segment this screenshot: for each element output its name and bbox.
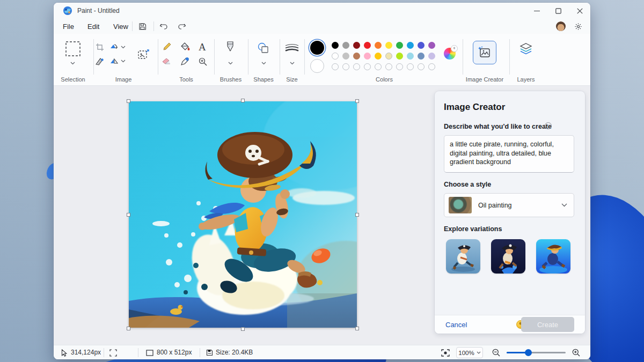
save-icon[interactable]: [136, 21, 148, 32]
brushes-icon[interactable]: [225, 41, 236, 55]
palette-row-3: [332, 63, 435, 70]
variation-thumbnail-2[interactable]: [491, 239, 525, 274]
layers-icon[interactable]: [519, 42, 533, 55]
group-label-selection: Selection: [56, 76, 90, 83]
color-swatch[interactable]: [418, 42, 425, 49]
canvas[interactable]: [129, 101, 357, 328]
fit-to-screen-icon[interactable]: [441, 349, 450, 357]
color-swatch-empty[interactable]: [428, 63, 435, 70]
rotate-chevron[interactable]: [121, 46, 126, 49]
minimize-button[interactable]: [526, 3, 547, 19]
eyedropper-tool-icon[interactable]: [180, 57, 189, 66]
flip-icon[interactable]: [109, 57, 119, 65]
color-swatch-empty[interactable]: [385, 63, 392, 70]
maximize-button[interactable]: [547, 3, 569, 19]
color-swatch[interactable]: [428, 42, 435, 49]
selection-handle[interactable]: [241, 327, 245, 331]
color-swatch-empty[interactable]: [332, 63, 339, 70]
menu-view[interactable]: View: [111, 21, 130, 32]
selection-handle[interactable]: [127, 327, 130, 330]
color-swatch[interactable]: [418, 53, 425, 60]
cancel-button[interactable]: Cancel: [445, 321, 467, 329]
color-swatch[interactable]: [385, 53, 392, 60]
create-button[interactable]: Create: [521, 317, 574, 332]
zoom-in-icon[interactable]: [572, 349, 580, 357]
color-swatch[interactable]: [385, 42, 392, 49]
primary-color-swatch[interactable]: [310, 41, 324, 55]
color-swatch[interactable]: [364, 42, 371, 49]
group-label-colors: Colors: [367, 76, 402, 83]
color-swatch[interactable]: [375, 42, 382, 49]
color-swatch[interactable]: [342, 53, 349, 60]
redo-icon[interactable]: [176, 21, 188, 32]
panel-title: Image Creator: [444, 102, 505, 113]
palette-row-2: [332, 53, 435, 60]
selection-handle[interactable]: [127, 99, 130, 103]
color-swatch-empty[interactable]: [364, 63, 371, 70]
flip-chevron[interactable]: [121, 60, 126, 63]
color-swatch-empty[interactable]: [407, 63, 414, 70]
close-button[interactable]: [569, 3, 590, 19]
color-swatch[interactable]: [396, 42, 403, 49]
rotate-icon[interactable]: [109, 43, 119, 51]
selection-handle[interactable]: [355, 99, 359, 103]
shapes-chevron[interactable]: [261, 62, 266, 65]
menu-edit[interactable]: Edit: [85, 21, 101, 32]
menu-file[interactable]: File: [61, 21, 76, 32]
color-swatch-empty[interactable]: [418, 63, 425, 70]
color-swatch-empty[interactable]: [396, 63, 403, 70]
fill-tool-icon[interactable]: [180, 42, 191, 51]
brushes-chevron[interactable]: [228, 62, 233, 65]
undo-icon[interactable]: [158, 21, 170, 32]
text-tool-icon[interactable]: A: [199, 41, 206, 53]
background-removal-icon[interactable]: [96, 57, 105, 65]
color-swatch[interactable]: [353, 42, 360, 49]
resize-icon[interactable]: [137, 49, 150, 61]
selection-dropdown-chevron[interactable]: [70, 62, 75, 65]
shapes-icon[interactable]: [257, 42, 270, 54]
account-avatar[interactable]: [556, 21, 566, 31]
color-swatch[interactable]: [407, 53, 414, 60]
color-swatch[interactable]: [332, 42, 339, 49]
image-creator-button[interactable]: [473, 41, 496, 64]
info-icon[interactable]: i: [545, 122, 552, 129]
zoom-slider[interactable]: [507, 352, 566, 353]
color-swatch[interactable]: [353, 53, 360, 60]
prompt-input[interactable]: a little cute pirate, running, colorful,…: [444, 135, 574, 173]
selection-tool-button[interactable]: [64, 40, 82, 57]
color-swatch[interactable]: [342, 42, 349, 49]
pencil-tool-icon[interactable]: [162, 42, 172, 51]
group-label-size: Size: [276, 76, 308, 83]
color-swatch[interactable]: [364, 53, 371, 60]
zoom-out-icon[interactable]: [492, 349, 500, 357]
edit-colors-wheel-icon[interactable]: [444, 48, 456, 60]
color-swatch[interactable]: [375, 53, 382, 60]
color-swatch[interactable]: [428, 53, 435, 60]
window-title: Paint - Untitled: [77, 7, 120, 14]
color-swatch[interactable]: [407, 42, 414, 49]
variation-thumbnail-1[interactable]: [446, 239, 480, 274]
style-dropdown[interactable]: Oil painting: [444, 193, 574, 217]
zoom-level-dropdown[interactable]: 100%: [456, 347, 483, 358]
color-swatch[interactable]: [396, 53, 403, 60]
color-swatch-empty[interactable]: [342, 63, 349, 70]
canvas-size: 800 x 512px: [157, 349, 192, 356]
color-swatch-empty[interactable]: [375, 63, 382, 70]
eraser-tool-icon[interactable]: [162, 57, 172, 65]
color-swatch[interactable]: [332, 53, 339, 60]
selection-handle[interactable]: [355, 213, 359, 217]
selection-handle[interactable]: [127, 213, 130, 217]
variation-thumbnail-3[interactable]: [536, 239, 570, 274]
secondary-color-swatch[interactable]: [310, 59, 324, 73]
settings-gear-icon[interactable]: [572, 21, 584, 32]
crop-icon[interactable]: [96, 43, 104, 51]
zoom-level-value: 100%: [458, 350, 474, 356]
magnifier-tool-icon[interactable]: [199, 57, 207, 66]
size-chevron[interactable]: [290, 62, 295, 65]
size-icon[interactable]: [285, 43, 299, 53]
selection-handle[interactable]: [355, 327, 359, 330]
zoom-slider-thumb[interactable]: [525, 349, 532, 356]
selection-handle[interactable]: [241, 99, 245, 102]
cursor-position: 314,124px: [71, 349, 101, 356]
color-swatch-empty[interactable]: [353, 63, 360, 70]
